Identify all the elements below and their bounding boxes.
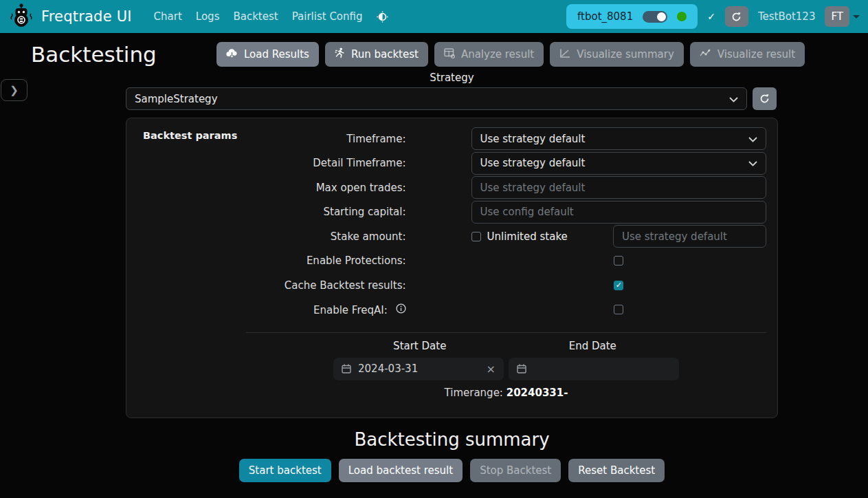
app-title: Freqtrade UI	[41, 8, 132, 25]
cloud-download-icon	[226, 48, 238, 61]
top-navbar: Freqtrade UI Chart Logs Backtest Pairlis…	[0, 0, 868, 33]
timeframe-select[interactable]: Use strategy default	[471, 127, 766, 150]
timerange-text: Timerange: 20240331-	[333, 387, 679, 399]
analyze-result-button[interactable]: Analyze result	[434, 42, 544, 67]
chevron-down-icon	[748, 157, 757, 169]
start-date-label: Start Date	[333, 340, 507, 352]
load-results-button[interactable]: Load Results	[216, 42, 319, 67]
unlimited-stake-checkbox[interactable]	[471, 232, 481, 241]
cache-results-label: Cache Backtest results:	[126, 279, 406, 292]
unlimited-stake-label: Unlimited stake	[487, 230, 568, 243]
reload-bot-button[interactable]	[725, 6, 748, 27]
starting-capital-row: Starting capital:	[126, 201, 766, 224]
info-icon[interactable]	[396, 303, 406, 314]
enable-freqai-row: Enable FreqAI:	[126, 299, 766, 321]
summary-title: Backtesting summary	[126, 429, 778, 450]
backtest-content: Strategy SampleStrategy Backtest params …	[126, 72, 778, 482]
starting-capital-label: Starting capital:	[126, 206, 406, 218]
calendar-icon	[342, 364, 351, 374]
freqtrade-robot-logo-icon	[8, 2, 34, 31]
start-backtest-button[interactable]: Start backtest	[239, 459, 331, 482]
stake-amount-label: Stake amount:	[126, 230, 406, 243]
bot-username: TestBot123	[758, 10, 816, 23]
cache-results-row: Cache Backtest results: ✓	[126, 274, 766, 296]
clear-date-icon[interactable]: ×	[487, 362, 496, 376]
enable-protections-row: Enable Protections:	[126, 250, 766, 272]
chevron-down-icon	[729, 93, 738, 105]
backtest-params-panel: Backtest params Timeframe: Use strategy …	[126, 118, 778, 418]
starting-capital-input[interactable]	[471, 201, 766, 224]
enable-freqai-label: Enable FreqAI:	[126, 303, 406, 316]
nav-item-backtest[interactable]: Backtest	[226, 5, 285, 28]
sidebar-expand-button[interactable]: ❯	[1, 79, 27, 101]
scatter-icon	[700, 48, 711, 61]
check-icon: ✓	[707, 11, 715, 22]
stake-amount-row: Stake amount: Unlimited stake	[126, 225, 766, 248]
max-open-trades-row: Max open trades:	[126, 176, 766, 199]
visualize-summary-button[interactable]: Visualize summary	[550, 42, 684, 67]
line-chart-icon	[559, 48, 570, 61]
enable-freqai-checkbox[interactable]	[614, 305, 623, 314]
timerange-value: 20240331-	[507, 387, 568, 399]
detail-timeframe-select[interactable]: Use strategy default	[471, 152, 766, 175]
user-menu[interactable]: FT	[825, 6, 860, 27]
enable-protections-checkbox[interactable]	[614, 256, 623, 266]
brand[interactable]: Freqtrade UI	[8, 2, 132, 31]
detail-timeframe-label: Detail Timeframe:	[126, 157, 406, 169]
refresh-strategies-button[interactable]	[753, 87, 777, 110]
start-date-input[interactable]: 2024-03-31 ×	[333, 358, 504, 380]
chevron-down-icon	[853, 15, 860, 19]
end-date-input[interactable]	[509, 358, 679, 380]
detail-timeframe-row: Detail Timeframe: Use strategy default	[126, 152, 766, 175]
header-actions: Load Results Run backtest	[216, 42, 805, 67]
reset-backtest-button[interactable]: Reset Backtest	[568, 459, 665, 482]
run-backtest-button[interactable]: Run backtest	[325, 42, 428, 67]
start-date-value: 2024-03-31	[358, 362, 418, 375]
page-header: Backtesting Load Results Run	[0, 33, 868, 69]
bot-status-dot	[677, 12, 687, 21]
run-icon	[335, 47, 345, 61]
strategy-row: SampleStrategy	[126, 87, 778, 110]
visualize-result-button[interactable]: Visualize result	[690, 42, 805, 67]
navbar-right: ftbot_8081 ✓ TestBot123 FT	[566, 4, 860, 29]
table-icon	[444, 48, 455, 61]
main-nav: Chart Logs Backtest Pairlist Config	[147, 5, 370, 28]
nav-item-logs[interactable]: Logs	[189, 5, 227, 28]
section-divider	[246, 332, 766, 333]
strategy-label: Strategy	[126, 72, 778, 84]
bot-name: ftbot_8081	[577, 10, 633, 23]
load-backtest-result-button[interactable]: Load backtest result	[339, 459, 463, 482]
enable-protections-label: Enable Protections:	[126, 255, 406, 267]
theme-toggle-icon[interactable]	[377, 11, 388, 23]
chevron-right-icon: ❯	[10, 84, 19, 96]
stop-backtest-button[interactable]: Stop Backtest	[470, 459, 561, 482]
max-open-trades-input[interactable]	[471, 176, 766, 199]
avatar: FT	[825, 6, 849, 27]
bot-selector[interactable]: ftbot_8081	[566, 4, 698, 29]
chevron-down-icon	[748, 133, 757, 145]
cache-results-checkbox[interactable]: ✓	[614, 281, 623, 290]
summary-actions: Start backtest Load backtest result Stop…	[126, 459, 778, 482]
end-date-label: End Date	[507, 340, 680, 352]
panel-title: Backtest params	[143, 130, 237, 141]
strategy-select[interactable]: SampleStrategy	[126, 87, 747, 110]
nav-item-pairlist-config[interactable]: Pairlist Config	[285, 5, 370, 28]
page-title: Backtesting	[31, 42, 216, 67]
calendar-icon	[517, 364, 526, 374]
nav-item-chart[interactable]: Chart	[147, 5, 189, 28]
max-open-trades-label: Max open trades:	[126, 182, 406, 194]
bot-online-toggle[interactable]	[643, 11, 667, 23]
dates-section: Start Date End Date 2024-03-31 ×	[333, 340, 679, 399]
stake-amount-input[interactable]	[613, 225, 766, 248]
